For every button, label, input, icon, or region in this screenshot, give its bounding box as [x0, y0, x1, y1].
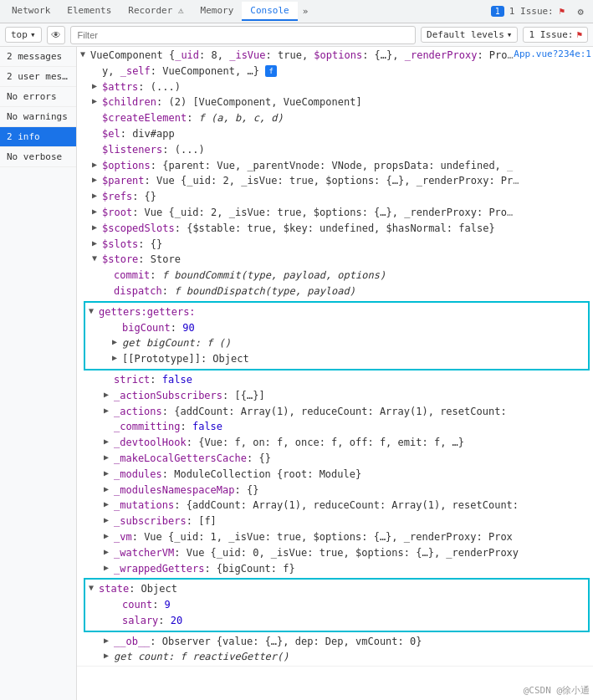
tab-recorder[interactable]: Recorder ⚠ — [120, 2, 192, 21]
line-actionsubs: _actionSubscribers: [{…}] — [80, 388, 593, 404]
sidebar-item-2messages[interactable]: 2 messages — [0, 47, 76, 67]
triangle-actions[interactable] — [104, 405, 114, 416]
line-text-self: y, _self: VueComponent, …} f — [102, 64, 277, 79]
line-mutations: _mutations: {addCount: Array(1), reduceC… — [80, 498, 593, 514]
triangle-state[interactable] — [89, 582, 99, 594]
top-label: top — [11, 29, 28, 40]
gear-button[interactable]: ⚙ — [571, 3, 590, 21]
line-text-store: $store: Store — [102, 253, 181, 267]
line-text-el: $el: div#app — [102, 127, 175, 141]
triangle-ob[interactable] — [104, 635, 114, 646]
sidebar-item-noerrors[interactable]: No errors — [0, 87, 76, 107]
triangle-devtoolhook[interactable] — [104, 436, 114, 447]
eye-button[interactable]: 👁 — [47, 26, 65, 44]
tab-network[interactable]: Network — [3, 2, 59, 21]
line-text-attrs: $attrs: (...) — [102, 80, 181, 95]
line-store: $store: Store — [80, 252, 593, 268]
line-text-root: $root: Vue {_uid: 2, _isVue: true, $opti… — [102, 206, 513, 220]
line-text-parent: $parent: Vue {_uid: 2, _isVue: true, $op… — [102, 174, 519, 188]
line-options: $options: {parent: Vue, _parentVnode: VN… — [80, 158, 593, 174]
line-text-children: $children: (2) [VueComponent, VueCompone… — [102, 95, 362, 110]
line-text-commit: commit: f boundCommit(type, payload, opt… — [114, 268, 386, 283]
tab-elements[interactable]: Elements — [59, 2, 120, 21]
watermark: @CSDN @徐小通 — [524, 684, 590, 697]
line-wrappedgetters: _wrappedGetters: {bigCount: f} — [80, 561, 593, 577]
triangle-getters[interactable] — [89, 305, 99, 317]
line-text-devtoolhook: _devtoolHook: {Vue: f, on: f, once: f, o… — [114, 436, 464, 450]
triangle-vm[interactable] — [104, 530, 114, 542]
triangle-actionsubs[interactable] — [104, 389, 114, 401]
triangle-prototype[interactable] — [112, 352, 122, 364]
triangle-makelocal[interactable] — [104, 452, 114, 463]
tab-bar: Network Elements Recorder ⚠ Memory Conso… — [0, 0, 593, 23]
triangle-parent[interactable] — [92, 174, 102, 186]
triangle-root[interactable] — [80, 49, 90, 60]
triangle-watchervm[interactable] — [104, 546, 114, 558]
line-devtoolhook: _devtoolHook: {Vue: f, on: f, once: f, o… — [80, 435, 593, 451]
line-text-makelocal: _makeLocalGettersCache: {} — [114, 452, 271, 466]
dropdown-arrow-icon-2: ▾ — [507, 29, 513, 40]
line-text-options: $options: {parent: Vue, _parentVnode: VN… — [102, 159, 513, 173]
line-watchervm: _watcherVM: Vue {_uid: 0, _isVue: true, … — [80, 545, 593, 561]
badge-count: 1 — [491, 6, 504, 17]
line-root-obj: VueComponent {_uid: 8, _isVue: true, $op… — [80, 48, 593, 64]
sidebar-item-noverbose[interactable]: No verbose — [0, 147, 76, 167]
issues-button[interactable]: 1 Issue: ⚑ — [523, 27, 588, 43]
toolbar: top ▾ 👁 Default levels ▾ 1 Issue: ⚑ — [0, 23, 593, 47]
line-parent: $parent: Vue {_uid: 2, _isVue: true, $op… — [80, 173, 593, 189]
line-text-slots: $slots: {} — [102, 238, 162, 252]
line-refs: $refs: {} — [80, 189, 593, 205]
default-levels-dropdown[interactable]: Default levels ▾ — [421, 27, 518, 43]
line-commit: commit: f boundCommit(type, payload, opt… — [80, 268, 593, 284]
line-getbigcount: get bigCount: f () — [89, 335, 585, 351]
triangle-subscribers[interactable] — [104, 514, 114, 526]
tab-more[interactable]: » — [298, 3, 314, 20]
line-text-prototype: [[Prototype]]: Object — [122, 352, 249, 366]
line-text-getbigcount: get bigCount: f () — [122, 336, 231, 350]
line-text-wrappedgetters: _wrappedGetters: {bigCount: f} — [114, 562, 295, 576]
triangle-mutations[interactable] — [104, 498, 114, 510]
line-scopedslots: $scopedSlots: {$stable: true, $key: unde… — [80, 221, 593, 237]
line-salary: salary: 20 — [89, 613, 585, 629]
line-text-watchervm: _watcherVM: Vue {_uid: 0, _isVue: true, … — [114, 546, 519, 560]
line-text-actions: _actions: {addCount: Array(1), reduceCou… — [114, 405, 507, 419]
sidebar-item-2info[interactable]: 2 info — [0, 127, 76, 147]
tab-console[interactable]: Console — [242, 2, 297, 21]
line-makelocal: _makeLocalGettersCache: {} — [80, 451, 593, 467]
triangle-options[interactable] — [92, 159, 102, 171]
line-text-mutations: _mutations: {addCount: Array(1), reduceC… — [114, 498, 519, 513]
dropdown-arrow-icon: ▾ — [30, 29, 36, 40]
line-createelement: $createElement: f (a, b, c, d) — [80, 110, 593, 126]
triangle-getbigcount[interactable] — [112, 336, 122, 348]
line-bigcount: bigCount: 90 — [89, 320, 585, 336]
triangle-getcount[interactable] — [104, 650, 114, 662]
main-area: 2 messages 2 user mess... No errors No w… — [0, 47, 593, 700]
line-text-state: state: Object — [99, 582, 177, 596]
line-modules: _modules: ModuleCollection {root: Module… — [80, 467, 593, 483]
triangle-refs[interactable] — [92, 190, 102, 202]
line-prototype: [[Prototype]]: Object — [89, 351, 585, 367]
triangle-children[interactable] — [92, 95, 102, 107]
triangle-modulesns[interactable] — [104, 483, 114, 495]
line-text-ob: __ob__: Observer {value: {…}, dep: Dep, … — [114, 635, 422, 649]
triangle-store[interactable] — [92, 253, 102, 264]
sidebar-item-nowarnings[interactable]: No warnings — [0, 107, 76, 127]
triangle-attrs[interactable] — [92, 80, 102, 92]
triangle-root2[interactable] — [92, 206, 102, 217]
top-dropdown[interactable]: top ▾ — [5, 27, 42, 43]
tab-memory[interactable]: Memory — [192, 2, 243, 21]
sidebar-item-2usermess[interactable]: 2 user mess... — [0, 67, 76, 87]
filter-input[interactable] — [70, 26, 417, 44]
console-output[interactable]: App.vue?234e:1 VueComponent {_uid: 8, _i… — [77, 47, 593, 700]
triangle-modules[interactable] — [104, 468, 114, 479]
state-box: state: Object count: 9 salary: 20 — [84, 578, 590, 631]
triangle-wrappedgetters[interactable] — [104, 562, 114, 574]
line-root: $root: Vue {_uid: 2, _isVue: true, $opti… — [80, 205, 593, 221]
tab-badge-area: 1 1 Issue: ⚑ — [484, 6, 571, 17]
issues-count-label: 1 Issue: — [529, 29, 573, 40]
line-text-modulesns: _modulesNamespaceMap: {} — [114, 483, 258, 498]
line-listeners: $listeners: (...) — [80, 142, 593, 158]
triangle-slots[interactable] — [92, 238, 102, 249]
triangle-scopedslots[interactable] — [92, 222, 102, 233]
line-text-modules: _modules: ModuleCollection {root: Module… — [114, 468, 361, 482]
